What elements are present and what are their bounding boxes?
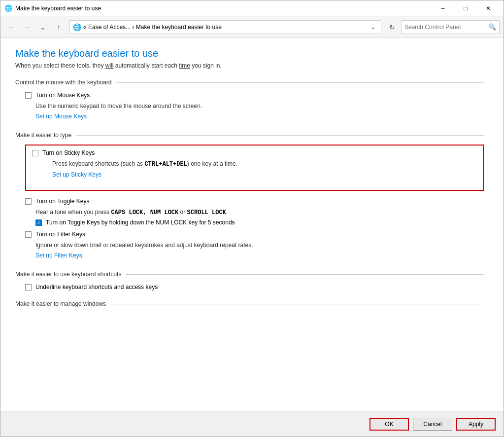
toggle-subopt-checkbox[interactable] [35, 219, 42, 226]
footer: OK Cancel Apply [0, 411, 504, 437]
num-lock-key: NUM LOCK [156, 219, 187, 226]
toggle-keys-label: Turn on Toggle Keys [35, 198, 89, 205]
sticky-keys-shortcut: CTRL+ALT+DEL [144, 161, 187, 168]
ok-button[interactable]: OK [370, 418, 409, 431]
address-text: « Ease of Acces... › Make the keyboard e… [83, 24, 368, 31]
dropdown-button[interactable]: ⌄ [36, 20, 50, 34]
shortcuts-section-line [126, 274, 484, 275]
toggle-subopt-label: Turn on Toggle Keys by holding down the … [46, 219, 235, 226]
toggle-keys-checkbox[interactable] [25, 198, 32, 205]
type-section-line [76, 135, 484, 136]
windows-section-header: Make it easier to manage windows [15, 300, 484, 307]
search-box: 🔍 [401, 20, 500, 34]
type-section-header: Make it easier to type [15, 132, 484, 139]
mouse-keys-row: Turn on Mouse Keys [25, 92, 484, 99]
forward-button[interactable]: → [20, 20, 34, 34]
shortcuts-section-header: Make it easier to use keyboard shortcuts [15, 271, 484, 278]
caps-lock-key: CAPS LOCK, NUM LOCK [111, 209, 178, 216]
filter-keys-row: Turn on Filter Keys [25, 231, 484, 238]
title-bar-controls: – □ ✕ [432, 0, 500, 16]
filter-keys-checkbox[interactable] [25, 231, 32, 238]
page-subtitle: When you select these tools, they will a… [15, 62, 484, 69]
page-title: Make the keyboard easier to use [15, 48, 484, 59]
mouse-section-header: Control the mouse with the keyboard [15, 79, 484, 86]
sticky-keys-row: Turn on Sticky Keys [32, 149, 477, 156]
setup-sticky-keys-link[interactable]: Set up Sticky Keys [52, 171, 101, 178]
filter-keys-label: Turn on Filter Keys [35, 231, 85, 238]
mouse-keys-checkbox[interactable] [25, 92, 32, 99]
shortcuts-section-title: Make it easier to use keyboard shortcuts [15, 271, 121, 278]
underline-row: Underline keyboard shortcuts and access … [25, 284, 484, 291]
mouse-keys-desc: Use the numeric keypad to move the mouse… [35, 103, 484, 109]
sticky-keys-label: Turn on Sticky Keys [42, 149, 95, 156]
window-icon: 🌐 [4, 4, 12, 12]
apply-button[interactable]: Apply [456, 418, 496, 431]
toggle-sub-option-row: Turn on Toggle Keys by holding down the … [35, 219, 484, 226]
minimize-button[interactable]: – [432, 0, 454, 16]
search-icon[interactable]: 🔍 [488, 23, 496, 31]
sticky-keys-box: Turn on Sticky Keys Press keyboard short… [25, 145, 484, 191]
mouse-section-line [116, 82, 484, 83]
nav-bar: ← → ⌄ ↑ 🌐 « Ease of Acces... › Make the … [0, 16, 504, 38]
windows-section-line [111, 304, 484, 304]
mouse-section-title: Control the mouse with the keyboard [15, 79, 111, 86]
sticky-keys-desc: Press keyboard shortcuts (such as CTRL+A… [52, 160, 477, 168]
address-icon: 🌐 [73, 23, 81, 31]
main-window: 🌐 Make the keyboard easier to use – □ ✕ … [0, 0, 504, 437]
mouse-keys-label: Turn on Mouse Keys [35, 92, 90, 99]
toggle-keys-desc: Hear a tone when you press CAPS LOCK, NU… [35, 209, 484, 216]
back-button[interactable]: ← [4, 20, 18, 34]
title-bar: 🌐 Make the keyboard easier to use – □ ✕ [0, 0, 504, 16]
sticky-keys-checkbox[interactable] [32, 150, 38, 156]
window-title: Make the keyboard easier to use [15, 5, 432, 12]
windows-section-title: Make it easier to manage windows [15, 300, 106, 307]
address-dropdown-arrow[interactable]: ⌄ [368, 24, 378, 31]
content-area: Make the keyboard easier to use When you… [0, 38, 504, 411]
underline-checkbox[interactable] [25, 284, 32, 291]
search-input[interactable] [404, 24, 488, 31]
up-button[interactable]: ↑ [52, 20, 66, 34]
filter-keys-desc: Ignore or slow down brief or repeated ke… [35, 242, 484, 249]
scroll-lock-key: SCROLL LOCK [187, 209, 226, 216]
close-button[interactable]: ✕ [477, 0, 500, 16]
address-bar: 🌐 « Ease of Acces... › Make the keyboard… [69, 20, 381, 34]
setup-filter-keys-link[interactable]: Set up Filter Keys [35, 252, 82, 259]
cancel-button[interactable]: Cancel [413, 418, 452, 431]
toggle-keys-row: Turn on Toggle Keys [25, 198, 484, 205]
type-section-title: Make it easier to type [15, 132, 71, 139]
setup-mouse-keys-link[interactable]: Set up Mouse Keys [35, 113, 87, 120]
refresh-button[interactable]: ↻ [385, 20, 399, 34]
underline-label: Underline keyboard shortcuts and access … [35, 284, 158, 291]
maximize-button[interactable]: □ [454, 0, 477, 16]
